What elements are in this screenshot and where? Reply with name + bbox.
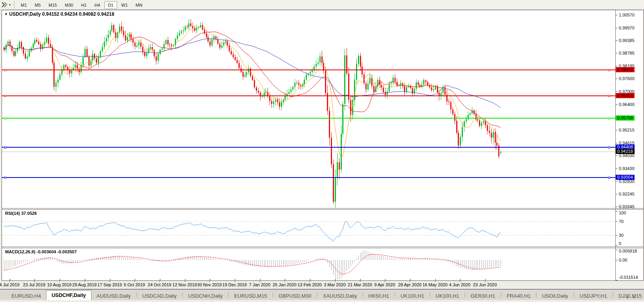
timeframe-button-m30[interactable]: M30 (61, 1, 77, 9)
ohlc-dropdown-icon[interactable]: ▼ (4, 12, 8, 16)
price-axis-tick: 0.91645 (619, 204, 635, 209)
chart-tab-fra40-h1[interactable]: FRA40,H1 (502, 292, 536, 300)
date-axis-label: 23 Jun 2020 (473, 282, 497, 287)
chart-window: ▼ USDCHF,Daily 0.94152 0.94234 0.94082 0… (2, 10, 644, 281)
chart-tab-audusd-daily[interactable]: AUDUSD,Daily (92, 292, 136, 300)
rsi-axis-tick: 30 (619, 233, 624, 238)
chart-title-symbol: USDCHF,Daily (9, 11, 41, 17)
timeframe-button-mn[interactable]: MN (132, 1, 146, 9)
current-price-label: 0.94218 (616, 149, 635, 154)
chart-shift-icon[interactable] (1, 2, 8, 8)
toolbar: ▾ M1M5M15M30H1H4D1W1MN (0, 0, 644, 10)
chart-title-ohlc: 0.94152 0.94234 0.94082 0.94218 (42, 11, 114, 17)
date-tick-mark (9, 281, 10, 282)
price-axis-tick: 0.95215 (619, 128, 635, 133)
date-tick-mark (460, 281, 460, 282)
hline-price-label: 0.98008 (616, 67, 635, 72)
price-axis-tick: 0.92245 (619, 192, 635, 197)
price-axis-tick: 1.00570 (619, 13, 635, 18)
date-axis-label: 5 Oct 2019 (124, 282, 145, 287)
date-axis-label: 24 Oct 2019 (148, 282, 171, 287)
timeframe-button-h4[interactable]: H4 (91, 1, 103, 9)
date-axis[interactable]: 4 Jul 201923 Jul 201910 Aug 201929 Aug 2… (2, 281, 644, 289)
macd-axis-tick: -0.011514 (619, 275, 638, 280)
date-axis-label: 19 Dec 2019 (222, 282, 247, 287)
macd-label: MACD(12,26,9) -0.003604 -0.003507 (5, 249, 77, 254)
price-axis-tick: 0.97600 (619, 76, 635, 81)
date-axis-label: 3 Mar 2020 (324, 282, 346, 287)
date-axis-label: 23 Jul 2019 (23, 282, 46, 287)
date-axis-label: 7 Jan 2020 (249, 282, 270, 287)
timeframe-button-m5[interactable]: M5 (31, 1, 44, 9)
timeframe-button-d1[interactable]: D1 (105, 1, 117, 9)
chart-tab-eurusd-m15[interactable]: EURUSD,M15 (229, 292, 272, 300)
rsi-axis-tick: 70 (619, 219, 624, 224)
tab-scroll-left-icon[interactable]: ◄ (625, 295, 633, 299)
date-axis-label: 29 Aug 2019 (72, 282, 97, 287)
date-axis-label: 10 Aug 2019 (47, 282, 72, 287)
date-axis-label: 4 Jun 2020 (449, 282, 470, 287)
chart-tab-eurusd-h4[interactable]: EURUSD,H4 (6, 292, 46, 300)
date-axis-label: 25 Jan 2020 (273, 282, 297, 287)
date-axis-label: 16 May 2020 (422, 282, 448, 287)
date-tick-mark (235, 281, 235, 282)
chart-tab-usdjpy-h1[interactable]: USDJPY,H1 (574, 292, 612, 300)
date-axis-label: 13 Feb 2020 (297, 282, 322, 287)
chart-tab-usoil-daily[interactable]: USOil,Daily (537, 292, 573, 300)
timeframe-button-h1[interactable]: H1 (77, 1, 90, 9)
date-axis-label: 9 Apr 2020 (374, 282, 395, 287)
date-axis-label: 12 Nov 2019 (172, 282, 197, 287)
chart-tab-usdchf-daily[interactable]: USDCHF,Daily (46, 290, 91, 300)
rsi-axis-tick: 0 (619, 241, 621, 246)
hline-price-label: 0.96803 (616, 93, 635, 98)
date-tick-mark (360, 281, 360, 282)
timeframe-button-m15[interactable]: M15 (45, 1, 61, 9)
date-tick-mark (59, 281, 60, 282)
date-tick-mark (410, 281, 410, 282)
timeframe-buttons: M1M5M15M30H1H4D1W1MN (17, 1, 146, 8)
date-tick-mark (260, 281, 260, 282)
date-tick-mark (134, 281, 135, 282)
chart-tab-uk100-h1[interactable]: UK100,H1 (395, 292, 429, 300)
chart-tab-ger30-h1[interactable]: GER30,H1 (466, 292, 501, 300)
price-chart-canvas[interactable] (2, 10, 643, 280)
timeframe-button-w1[interactable]: W1 (118, 1, 132, 9)
date-tick-mark (34, 281, 35, 282)
date-tick-mark (185, 281, 185, 282)
chart-tab-uk100-h1[interactable]: UK100,H1 (431, 292, 464, 300)
chart-tab-bar: EURUSD,H4USDCHF,DailyAUDUSD,Daily|USDCAD… (0, 289, 644, 300)
rsi-label: RSI(14) 37.0526 (5, 211, 37, 216)
date-tick-mark (110, 281, 110, 282)
date-tick-mark (485, 281, 485, 282)
date-tick-mark (435, 281, 435, 282)
toolbar-grip (14, 1, 15, 8)
hline-price-label: 0.95758 (616, 115, 635, 121)
chart-tab-gbpusd-m30[interactable]: GBPUSD,M30 (273, 292, 317, 300)
price-axis-tick: 0.98785 (619, 51, 635, 56)
chart-tab-hk50-h1[interactable]: HK50,H1 (363, 292, 394, 300)
timeframe-button-m1[interactable]: M1 (17, 1, 30, 9)
date-tick-mark (84, 281, 85, 282)
rsi-axis-tick: 100 (619, 210, 626, 216)
price-axis-tick: 0.99385 (619, 38, 635, 43)
date-tick-mark (385, 281, 385, 282)
date-axis-label: 21 Mar 2020 (348, 282, 372, 287)
status-bar (0, 300, 644, 302)
macd-axis-tick: 0.00 (619, 258, 627, 263)
chart-tab-usdcnh-daily[interactable]: USDCNH,Daily (183, 292, 228, 300)
tab-scroll-right-icon[interactable]: ► (633, 295, 640, 299)
date-tick-mark (209, 281, 210, 282)
chart-tab-usdcad-daily[interactable]: USDCAD,Daily (137, 292, 182, 300)
date-axis-label: 30 Nov 2019 (197, 282, 222, 287)
date-tick-mark (310, 281, 310, 282)
chart-tab-xauusd-daily[interactable]: XAUUSD,Daily (318, 292, 362, 300)
date-tick-mark (160, 281, 160, 282)
tab-scroll-arrows[interactable]: ◄► (625, 295, 640, 299)
date-axis-label: 17 Sep 2019 (97, 282, 122, 287)
date-tick-mark (335, 281, 335, 282)
price-axis-tick: 0.93430 (619, 166, 635, 171)
date-tick-mark (284, 281, 285, 282)
chevron-down-icon[interactable]: ▾ (9, 3, 11, 7)
date-axis-label: 28 Apr 2020 (398, 282, 421, 287)
price-axis-tick: 0.99970 (619, 26, 635, 31)
